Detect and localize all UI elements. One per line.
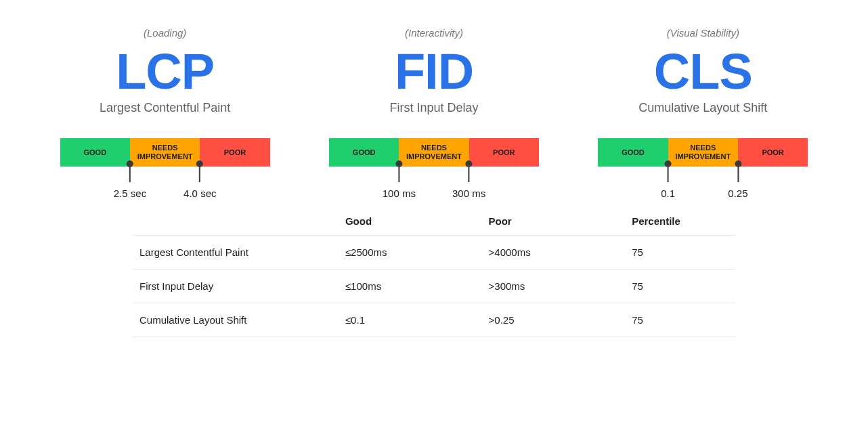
cell-good: ≤0.1 <box>339 303 482 337</box>
threshold-label: 100 ms <box>383 188 416 199</box>
threshold-label: 2.5 sec <box>114 188 146 199</box>
metric-name: Largest Contentful Paint <box>100 101 230 115</box>
threshold-segments: GOOD NEEDS IMPROVEMENT POOR <box>598 138 808 167</box>
metric-category: (Loading) <box>144 27 186 39</box>
segment-poor: POOR <box>738 138 808 167</box>
metric-abbr: LCP <box>116 47 214 97</box>
threshold-tick-1: 2.5 sec <box>114 160 146 199</box>
table-row: Cumulative Layout Shift ≤0.1 >0.25 75 <box>133 303 735 337</box>
threshold-tick-1: 0.1 <box>661 160 675 199</box>
tick-dot-icon <box>466 160 473 167</box>
tick-dot-icon <box>735 160 741 167</box>
tick-stem-icon <box>398 167 399 182</box>
cell-good: ≤2500ms <box>339 236 482 269</box>
metric-cls: (Visual Stability) CLS Cumulative Layout… <box>579 27 827 167</box>
header-poor: Poor <box>482 207 626 236</box>
cell-percentile: 75 <box>625 303 735 337</box>
table-body: Largest Contentful Paint ≤2500ms >4000ms… <box>133 236 735 337</box>
threshold-tick-1: 100 ms <box>383 160 416 199</box>
thresholds-table: Good Poor Percentile Largest Contentful … <box>133 207 735 337</box>
threshold-label: 0.1 <box>661 188 675 199</box>
cell-percentile: 75 <box>625 269 735 303</box>
tick-dot-icon <box>665 160 672 167</box>
table-header-row: Good Poor Percentile <box>133 207 735 236</box>
tick-dot-icon <box>395 160 402 167</box>
header-good: Good <box>339 207 482 236</box>
table-row: First Input Delay ≤100ms >300ms 75 <box>133 269 735 303</box>
metric-category: (Visual Stability) <box>667 27 739 39</box>
header-percentile: Percentile <box>625 207 735 236</box>
metrics-row: (Loading) LCP Largest Contentful Paint G… <box>41 27 827 167</box>
threshold-label: 300 ms <box>452 188 485 199</box>
threshold-segments: GOOD NEEDS IMPROVEMENT POOR <box>60 138 270 167</box>
metric-lcp: (Loading) LCP Largest Contentful Paint G… <box>41 27 289 167</box>
threshold-tick-2: 300 ms <box>452 160 485 199</box>
metric-category: (Interactivity) <box>405 27 463 39</box>
cell-good: ≤100ms <box>339 269 482 303</box>
metric-fid: (Interactivity) FID First Input Delay GO… <box>309 27 558 167</box>
threshold-label: 0.25 <box>728 188 747 199</box>
threshold-tick-2: 4.0 sec <box>183 160 216 199</box>
threshold-bar: GOOD NEEDS IMPROVEMENT POOR 100 ms 300 m… <box>329 138 539 167</box>
tick-stem-icon <box>129 167 131 182</box>
cell-poor: >300ms <box>482 269 626 303</box>
header-name <box>133 207 339 236</box>
cell-poor: >4000ms <box>482 236 626 269</box>
tick-dot-icon <box>127 160 133 167</box>
tick-stem-icon <box>469 167 470 182</box>
cell-poor: >0.25 <box>482 303 626 337</box>
threshold-bar: GOOD NEEDS IMPROVEMENT POOR 0.1 0.25 <box>598 138 808 167</box>
metric-name: First Input Delay <box>389 101 478 115</box>
tick-stem-icon <box>668 167 669 182</box>
table-head: Good Poor Percentile <box>133 207 735 236</box>
tick-stem-icon <box>737 167 739 182</box>
metric-abbr: FID <box>395 47 473 97</box>
cell-name: Cumulative Layout Shift <box>133 303 339 337</box>
threshold-bar: GOOD NEEDS IMPROVEMENT POOR 2.5 sec 4.0 … <box>60 138 270 167</box>
cell-percentile: 75 <box>625 236 735 269</box>
segment-good: GOOD <box>598 138 668 167</box>
table-row: Largest Contentful Paint ≤2500ms >4000ms… <box>133 236 735 269</box>
threshold-label: 4.0 sec <box>183 188 216 199</box>
metric-name: Cumulative Layout Shift <box>638 101 767 115</box>
tick-dot-icon <box>196 160 203 167</box>
cell-name: Largest Contentful Paint <box>133 236 339 269</box>
metric-abbr: CLS <box>654 47 752 97</box>
cell-name: First Input Delay <box>133 269 339 303</box>
threshold-segments: GOOD NEEDS IMPROVEMENT POOR <box>329 138 539 167</box>
tick-stem-icon <box>199 167 200 182</box>
threshold-tick-2: 0.25 <box>728 160 747 199</box>
